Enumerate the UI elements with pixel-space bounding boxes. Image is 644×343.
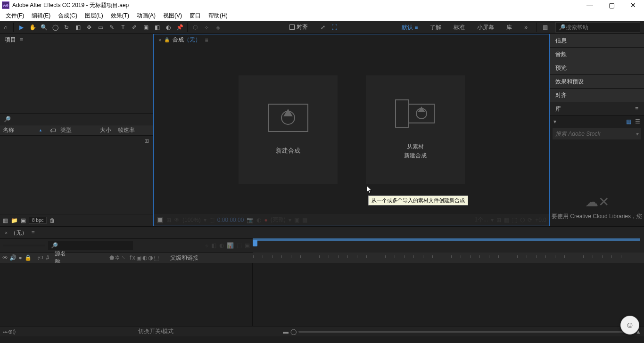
res-icon[interactable]: ▾ — [204, 217, 206, 223]
timecode[interactable]: 0:00:00:00 — [217, 217, 244, 223]
render-icon[interactable]: ▣ — [245, 242, 250, 249]
panel-menu-icon[interactable]: ▥ — [539, 22, 551, 33]
grid-icon[interactable]: ⊞ — [166, 217, 171, 223]
timecode-input[interactable] — [3, 245, 45, 246]
number-column[interactable]: # — [44, 254, 51, 261]
stock-search[interactable]: 搜索 Adobe Stock ▾ — [553, 128, 641, 139]
label-column-icon[interactable]: 🏷 — [37, 254, 43, 261]
panel-menu-icon[interactable]: ≡ — [635, 106, 638, 112]
flowchart-icon[interactable]: ⊞ — [144, 138, 149, 144]
zoom-handle-icon[interactable]: ◯ — [290, 328, 297, 335]
new-composition-button[interactable]: 新建合成 — [239, 75, 338, 184]
library-panel-tab[interactable]: 库 ≡ — [550, 102, 644, 116]
new-comp-from-footage-button[interactable]: 从素材新建合成 — [366, 75, 465, 184]
maximize-button[interactable]: ▢ — [601, 0, 622, 10]
toggle-switches-button[interactable]: 切换开关/模式 — [138, 327, 173, 335]
menu-help[interactable]: 帮助(H) — [205, 12, 231, 20]
orbit-tool-icon[interactable]: ◯ — [50, 22, 61, 33]
workspace-standard[interactable]: 标准 — [448, 21, 471, 34]
menu-layer[interactable]: 图层(L) — [81, 12, 107, 20]
menu-composition[interactable]: 合成(C) — [54, 12, 81, 20]
zoom-out-icon[interactable]: ▬ — [283, 328, 289, 335]
frame-blend-icon[interactable]: ◧ — [211, 242, 216, 249]
time-ruler[interactable] — [253, 238, 644, 253]
layer-list[interactable] — [0, 263, 253, 326]
menu-view[interactable]: 视图(V) — [159, 12, 186, 20]
home-icon[interactable]: ⌂ — [0, 22, 11, 33]
motion-blur-icon[interactable]: ◐ — [219, 242, 224, 249]
channel-icon[interactable]: ◐ — [256, 217, 261, 223]
col-type[interactable]: 类型 — [58, 126, 91, 134]
help-search-input[interactable] — [566, 24, 637, 31]
hand-tool-icon[interactable]: ✋ — [27, 22, 38, 33]
snapshot-icon[interactable]: 📷 — [247, 217, 254, 223]
snap-bounds-icon[interactable]: ⛶ — [329, 22, 340, 33]
close-tab-icon[interactable]: × — [5, 230, 8, 236]
playhead-icon[interactable] — [253, 240, 257, 246]
timeline-tracks[interactable] — [253, 263, 644, 326]
menu-edit[interactable]: 编辑(E) — [28, 12, 54, 20]
pin-tool-icon[interactable]: ◈ — [212, 22, 223, 33]
switches-columns[interactable]: ⬟✲⟍ fx▣◐◑⬚ — [109, 254, 160, 261]
bit-depth-button[interactable]: 8 bpc — [29, 217, 47, 224]
panel-menu-icon[interactable]: ≡ — [20, 36, 23, 43]
toggle-transfer-icon[interactable]: ⟠ — [13, 328, 16, 335]
red-icon[interactable]: ● — [264, 217, 267, 223]
menu-animation[interactable]: 动画(A) — [133, 12, 159, 20]
panel-menu-icon[interactable]: ≡ — [205, 37, 208, 43]
magnify-icon[interactable]: 🔲 — [157, 217, 164, 223]
minimize-button[interactable]: — — [579, 0, 601, 10]
solo-column-icon[interactable]: ● — [17, 254, 24, 261]
project-search[interactable]: 🔎 — [0, 113, 153, 125]
snapping-toggle[interactable]: 对齐 — [289, 23, 308, 31]
graph-editor-icon[interactable]: 📊 — [227, 242, 234, 249]
pen-tool-icon[interactable]: ✎ — [106, 22, 117, 33]
library-dropdown-icon[interactable]: ▾ — [553, 118, 556, 125]
mesh-tool-icon[interactable]: ⬡ — [190, 22, 201, 33]
view-dropdown-icon[interactable]: ▾ — [289, 217, 291, 223]
zoom-level[interactable]: (100%) — [182, 217, 201, 223]
lock-icon[interactable]: 🔒 — [164, 37, 170, 42]
project-list[interactable] — [0, 146, 153, 214]
parent-column[interactable]: 父级和链接 — [170, 254, 198, 262]
roto-tool-icon[interactable]: ◐ — [163, 22, 174, 33]
workspace-default[interactable]: 默认 — [396, 21, 423, 34]
draft-icon[interactable]: ⬡ — [520, 217, 525, 223]
col-fps[interactable]: 帧速率 — [114, 126, 138, 134]
shy-icon[interactable]: ⟐ — [205, 242, 208, 249]
rotate-tool-icon[interactable]: ↻ — [61, 22, 72, 33]
menu-window[interactable]: 窗口 — [186, 12, 205, 20]
transparency-icon[interactable]: ▦ — [302, 217, 307, 223]
3d-icon[interactable]: ⬚ — [512, 217, 517, 223]
menu-effect[interactable]: 效果(T) — [107, 12, 133, 20]
snap-edge-icon[interactable]: ⤢ — [317, 22, 329, 33]
type-tool-icon[interactable]: T — [117, 22, 129, 33]
timeline-tab-label[interactable]: （无） — [10, 229, 27, 237]
audio-column-icon[interactable]: 🔊 — [9, 254, 16, 261]
eraser-tool-icon[interactable]: ◧ — [151, 22, 163, 33]
workspace-more-icon[interactable]: » — [519, 21, 533, 34]
bone-tool-icon[interactable]: ⟡ — [201, 22, 212, 33]
view-dropdown-icon[interactable]: ▾ — [491, 217, 494, 223]
effects-panel-tab[interactable]: 效果和预设 — [550, 75, 644, 89]
workspace-library[interactable]: 库 — [501, 21, 518, 34]
timeline-zoom[interactable]: ▬ ◯ ▲ — [283, 328, 641, 335]
puppet-tool-icon[interactable]: 📌 — [174, 22, 185, 33]
camera-tool-icon[interactable]: ◧ — [72, 22, 83, 33]
resolution[interactable]: (完整) — [271, 216, 286, 224]
workspace-small[interactable]: 小屏幕 — [471, 21, 500, 34]
project-tab[interactable]: 项目 — [5, 36, 16, 44]
clone-tool-icon[interactable]: ▣ — [140, 22, 151, 33]
help-search[interactable]: 🔎 — [555, 22, 640, 33]
close-button[interactable]: ✕ — [622, 0, 644, 10]
align-panel-tab[interactable]: 对齐 — [550, 89, 644, 102]
audio-panel-tab[interactable]: 音频 — [550, 48, 644, 61]
shape-tool-icon[interactable]: ▭ — [95, 22, 106, 33]
panel-menu-icon[interactable]: ≡ — [31, 229, 34, 236]
folder-icon[interactable]: 📁 — [11, 217, 18, 224]
zoom-tool-icon[interactable]: 🔍 — [38, 22, 50, 33]
pixel-aspect-icon[interactable]: ▦ — [504, 217, 509, 223]
trash-icon[interactable]: 🗑 — [50, 217, 55, 224]
selection-tool-icon[interactable]: ▶ — [16, 22, 27, 33]
list-view-icon[interactable]: ☰ — [635, 118, 640, 125]
